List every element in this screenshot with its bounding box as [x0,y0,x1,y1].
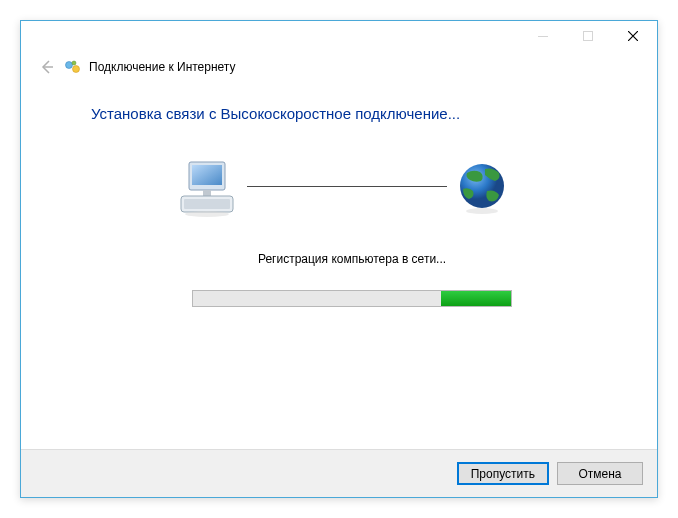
wizard-window: Подключение к Интернету Установка связи … [20,20,658,498]
status-text: Регистрация компьютера в сети... [91,252,613,266]
svg-point-4 [72,61,76,65]
button-row: Пропустить Отмена [21,449,657,497]
svg-point-3 [73,66,80,73]
connection-illustration [91,158,613,222]
main-heading: Установка связи с Высокоскоростное подкл… [91,105,613,122]
svg-rect-8 [203,190,211,196]
close-button[interactable] [610,22,655,50]
header-title: Подключение к Интернету [89,60,236,74]
svg-point-12 [460,164,504,208]
computer-icon [175,158,239,222]
svg-rect-0 [538,36,548,37]
network-wizard-icon [65,59,81,75]
globe-icon [455,161,509,219]
svg-rect-7 [192,165,222,185]
connection-line [247,186,447,187]
progress-fill [441,291,511,306]
svg-rect-1 [583,32,592,41]
back-arrow-icon [37,57,57,77]
svg-point-2 [66,62,73,69]
svg-rect-10 [184,199,230,209]
svg-point-13 [466,208,498,214]
skip-button[interactable]: Пропустить [457,462,549,485]
header: Подключение к Интернету [21,51,657,77]
progress-wrap [91,290,613,307]
minimize-button [520,22,565,50]
titlebar [21,21,657,51]
svg-point-11 [185,211,229,217]
maximize-button [565,22,610,50]
progress-bar [192,290,512,307]
content-area: Установка связи с Высокоскоростное подкл… [21,77,657,307]
cancel-button[interactable]: Отмена [557,462,643,485]
